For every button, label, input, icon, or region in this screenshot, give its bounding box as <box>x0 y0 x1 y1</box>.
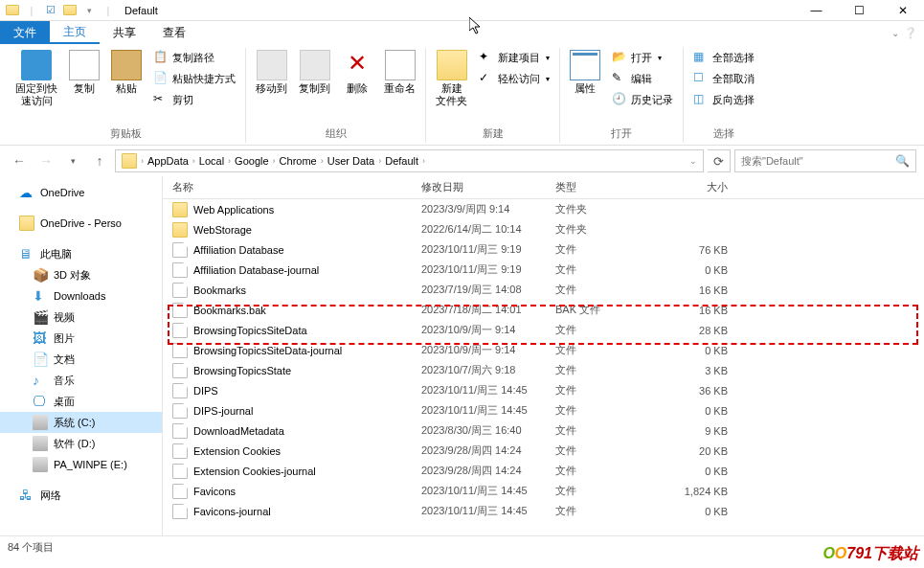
nav-documents[interactable]: 📄文档 <box>0 349 162 370</box>
copy-button[interactable]: 复制 <box>65 48 103 97</box>
file-row[interactable]: DIPS-journal2023/10/11/周三 14:45文件0 KB <box>163 400 924 420</box>
home-tab[interactable]: 主页 <box>50 21 100 44</box>
videos-icon: 🎬 <box>33 309 48 325</box>
nav-downloads[interactable]: ⬇Downloads <box>0 285 162 307</box>
column-size[interactable]: 大小 <box>661 180 737 194</box>
address-dropdown-icon[interactable]: ⌄ <box>686 156 701 166</box>
file-list-pane: 名称 修改日期 类型 大小 Web Applications2023/3/9/周… <box>163 176 924 535</box>
maximize-button[interactable]: ☐ <box>838 0 881 21</box>
crumb-userdata[interactable]: User Data <box>324 155 379 167</box>
pin-button[interactable]: 固定到快速访问 <box>11 48 61 109</box>
nav-drive-d[interactable]: 软件 (D:) <box>0 433 162 454</box>
divider-icon: | <box>100 2 117 19</box>
file-row[interactable]: Bookmarks.bak2023/7/18/周二 14:01BAK 文件16 … <box>163 300 924 320</box>
view-tab[interactable]: 查看 <box>149 21 199 44</box>
file-row[interactable]: Favicons2023/10/11/周三 14:45文件1,824 KB <box>163 481 924 501</box>
share-tab[interactable]: 共享 <box>100 21 149 44</box>
back-button[interactable]: ← <box>8 149 31 172</box>
delete-button[interactable]: ✕删除 <box>338 48 376 97</box>
nav-network[interactable]: 🖧网络 <box>0 485 162 506</box>
invert-button[interactable]: ◫反向选择 <box>689 90 758 109</box>
select-none-button[interactable]: ☐全部取消 <box>689 69 758 88</box>
ribbon-collapse-icon[interactable]: ⌄ <box>886 21 905 44</box>
file-row[interactable]: BrowsingTopicsState2023/10/7/周六 9:18文件3 … <box>163 360 924 380</box>
copy-to-button[interactable]: 复制到 <box>295 48 334 97</box>
navigation-pane[interactable]: ☁OneDrive OneDrive - Perso 🖥此电脑 📦3D 对象 ⬇… <box>0 176 163 535</box>
clipboard-group: 固定到快速访问 复制 粘贴 📋复制路径 📄粘贴快捷方式 ✂剪切 剪贴板 <box>6 48 246 143</box>
close-button[interactable]: ✕ <box>881 0 924 21</box>
file-date: 2023/10/11/周三 14:45 <box>412 504 546 518</box>
nav-drive-e[interactable]: PA_WINPE (E:) <box>0 454 162 475</box>
file-row[interactable]: DIPS2023/10/11/周三 14:45文件36 KB <box>163 380 924 400</box>
up-button[interactable]: ↑ <box>88 149 111 172</box>
file-row[interactable]: Affiliation Database-journal2023/10/11/周… <box>163 260 924 280</box>
nav-music[interactable]: ♪音乐 <box>0 370 162 391</box>
crumb-chrome[interactable]: Chrome <box>276 155 321 167</box>
rename-button[interactable]: 重命名 <box>380 48 419 97</box>
file-date: 2023/3/9/周四 9:14 <box>412 202 546 216</box>
file-row[interactable]: Extension Cookies-journal2023/9/28/周四 14… <box>163 461 924 481</box>
move-to-button[interactable]: 移动到 <box>252 48 291 97</box>
recent-dropdown-icon[interactable]: ▾ <box>61 149 84 172</box>
nav-desktop[interactable]: 🖵桌面 <box>0 391 162 412</box>
paste-shortcut-button[interactable]: 📄粘贴快捷方式 <box>149 69 239 88</box>
search-input[interactable] <box>741 155 895 167</box>
file-type: 文件 <box>546 464 661 478</box>
breadcrumb[interactable]: › AppData› Local› Google› Chrome› User D… <box>115 149 704 172</box>
column-date[interactable]: 修改日期 <box>412 180 546 194</box>
new-item-button[interactable]: ✦新建项目▾ <box>475 48 553 67</box>
search-box[interactable]: 🔍 <box>734 149 916 172</box>
nav-videos[interactable]: 🎬视频 <box>0 307 162 328</box>
qat-dropdown-icon[interactable]: ▾ <box>80 2 98 19</box>
crumb-appdata[interactable]: AppData <box>144 155 192 167</box>
column-type[interactable]: 类型 <box>546 180 661 194</box>
folder-icon <box>172 222 188 238</box>
help-icon[interactable]: ❔ <box>905 21 924 44</box>
file-date: 2023/9/28/周四 14:24 <box>412 464 546 478</box>
file-row[interactable]: Web Applications2023/3/9/周四 9:14文件夹 <box>163 199 924 219</box>
paste-button[interactable]: 粘贴 <box>107 48 146 97</box>
file-row[interactable]: Favicons-journal2023/10/11/周三 14:45文件0 K… <box>163 501 924 521</box>
properties-button[interactable]: 属性 <box>566 48 604 97</box>
file-tab[interactable]: 文件 <box>0 21 50 44</box>
nav-drive-c[interactable]: 系统 (C:) <box>0 412 162 433</box>
file-size: 28 KB <box>661 325 737 336</box>
file-size: 0 KB <box>661 405 737 417</box>
file-type: 文件 <box>546 484 661 498</box>
file-date: 2023/10/11/周三 9:19 <box>412 262 546 277</box>
cut-button[interactable]: ✂剪切 <box>149 90 239 109</box>
crumb-default[interactable]: Default <box>381 155 422 167</box>
file-row[interactable]: DownloadMetadata2023/8/30/周三 16:40文件9 KB <box>163 420 924 441</box>
file-date: 2023/10/7/周六 9:18 <box>412 363 546 377</box>
column-name[interactable]: 名称 <box>163 180 412 194</box>
nav-onedrive[interactable]: ☁OneDrive <box>0 182 162 203</box>
new-folder-button[interactable]: 新建文件夹 <box>432 48 471 109</box>
file-row[interactable]: Affiliation Database2023/10/11/周三 9:19文件… <box>163 239 924 260</box>
nav-3d-objects[interactable]: 📦3D 对象 <box>0 264 162 285</box>
edit-button[interactable]: ✎编辑 <box>608 69 677 88</box>
minimize-button[interactable]: — <box>795 0 838 21</box>
crumb-google[interactable]: Google <box>231 155 272 167</box>
crumb-local[interactable]: Local <box>195 155 228 167</box>
search-icon[interactable]: 🔍 <box>895 154 910 168</box>
select-all-button[interactable]: ▦全部选择 <box>689 48 758 67</box>
nav-this-pc[interactable]: 🖥此电脑 <box>0 243 162 264</box>
file-row[interactable]: BrowsingTopicsSiteData-journal2023/10/9/… <box>163 340 924 360</box>
file-row[interactable]: WebStorage2022/6/14/周二 10:14文件夹 <box>163 219 924 239</box>
file-size: 16 KB <box>661 284 737 296</box>
history-button[interactable]: 🕘历史记录 <box>608 90 677 109</box>
properties-icon <box>570 50 600 80</box>
copy-path-button[interactable]: 📋复制路径 <box>149 48 239 67</box>
nav-pictures[interactable]: 🖼图片 <box>0 328 162 349</box>
easy-access-button[interactable]: ✓轻松访问▾ <box>475 69 553 88</box>
nav-onedrive-personal[interactable]: OneDrive - Perso <box>0 213 162 234</box>
file-row[interactable]: BrowsingTopicsSiteData2023/10/9/周一 9:14文… <box>163 320 924 340</box>
forward-button[interactable]: → <box>34 149 57 172</box>
file-list[interactable]: Web Applications2023/3/9/周四 9:14文件夹WebSt… <box>163 199 924 535</box>
file-row[interactable]: Extension Cookies2023/9/28/周四 14:24文件20 … <box>163 441 924 461</box>
checkbox-icon[interactable]: ☑ <box>42 2 59 19</box>
refresh-button[interactable]: ⟳ <box>708 149 731 172</box>
open-button[interactable]: 📂打开▾ <box>608 48 677 67</box>
file-row[interactable]: Bookmarks2023/7/19/周三 14:08文件16 KB <box>163 280 924 300</box>
pin-icon <box>21 50 52 80</box>
